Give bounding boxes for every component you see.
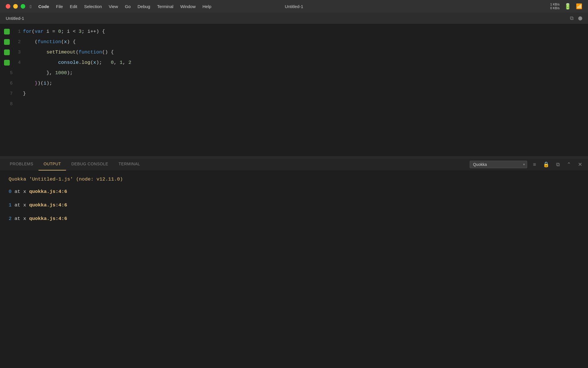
- tab-terminal[interactable]: TERMINAL: [113, 158, 145, 170]
- output-group-0: 0 at x quokka.js:4:6: [9, 189, 579, 194]
- lock-icon[interactable]: 🔒: [542, 160, 550, 169]
- minimize-button[interactable]: [13, 4, 18, 9]
- code-line-6: })(i);: [23, 78, 584, 89]
- menu-help[interactable]: Help: [202, 4, 211, 9]
- output-group-2: 2 at x quokka.js:4:6: [9, 216, 579, 221]
- collapse-icon[interactable]: ⌃: [566, 160, 572, 169]
- editor-gutter: 1 2 3 4 5 6 7 8: [0, 24, 23, 156]
- code-line-5: }, 1000);: [23, 68, 584, 78]
- close-panel-icon[interactable]: ✕: [577, 160, 583, 169]
- network-status: 1 KB/s 0 KB/s: [550, 3, 560, 10]
- menu-go[interactable]: Go: [125, 4, 131, 9]
- gutter-line-3: 3: [0, 47, 23, 57]
- line-number-8: 8: [6, 99, 13, 109]
- code-line-8: [23, 99, 584, 109]
- maximize-button[interactable]: [21, 4, 25, 9]
- battery-icon: 🔋: [564, 3, 571, 10]
- breakpoint-2[interactable]: [4, 39, 10, 45]
- code-line-7: }: [23, 89, 584, 99]
- gutter-line-1: 1: [0, 26, 23, 37]
- line-number-4: 4: [14, 57, 21, 68]
- token-for: for: [23, 26, 32, 37]
- line-number-6: 6: [6, 78, 13, 89]
- menu-bar:  Code File Edit Selection View Go Debug…: [30, 4, 211, 9]
- wifi-icon: 📶: [576, 3, 582, 9]
- menu-selection[interactable]: Selection: [84, 4, 102, 9]
- title-bar:  Code File Edit Selection View Go Debug…: [0, 0, 588, 13]
- output-panel: PROBLEMS OUTPUT DEBUG CONSOLE TERMINAL Q…: [0, 158, 588, 368]
- code-line-3: setTimeout(function() {: [23, 47, 584, 57]
- output-source-wrapper: Quokka Git TypeScript ▾: [470, 161, 527, 168]
- line-number-2: 2: [14, 37, 21, 47]
- line-number-5: 5: [6, 68, 13, 78]
- code-line-4: console.log(x); 0, 1, 2: [23, 57, 584, 68]
- output-content: Quokka 'Untitled-1.js' (node: v12.11.0) …: [0, 171, 588, 368]
- breakpoint-3[interactable]: [4, 49, 10, 55]
- title-bar-left:  Code File Edit Selection View Go Debug…: [6, 4, 211, 9]
- gutter-line-7: 7: [0, 89, 23, 99]
- menu-terminal[interactable]: Terminal: [157, 4, 173, 9]
- code-line-2: (function(x) {: [23, 37, 584, 47]
- output-group-1: 1 at x quokka.js:4:6: [9, 202, 579, 208]
- output-header-line: Quokka 'Untitled-1.js' (node: v12.11.0): [9, 177, 579, 182]
- code-content[interactable]: for(var i = 0; i < 3; i++) { (function(x…: [23, 24, 584, 156]
- tab-debug-console[interactable]: DEBUG CONSOLE: [66, 158, 113, 170]
- traffic-lights: [6, 4, 25, 9]
- output-num-0: 0: [9, 189, 11, 194]
- panel-tab-actions: Quokka Git TypeScript ▾ ≡ 🔒 ⧉ ⌃ ✕: [470, 160, 583, 170]
- gutter-line-5: 5: [0, 68, 23, 78]
- download-speed: 0 KB/s: [550, 6, 560, 10]
- split-editor-icon[interactable]: ⧉: [570, 15, 574, 21]
- output-source-select[interactable]: Quokka Git TypeScript: [470, 161, 527, 168]
- output-link-1[interactable]: quokka.js:4:6: [29, 202, 67, 208]
- editor-scrollbar[interactable]: [584, 24, 588, 156]
- line-number-1: 1: [14, 26, 21, 37]
- gutter-line-6: 6: [0, 78, 23, 89]
- editor-tab-bar: Untitled-1 ⧉: [0, 13, 588, 24]
- tab-status-dot: [578, 16, 582, 20]
- window-title: Untitled-1: [285, 4, 303, 9]
- breakpoint-4[interactable]: [4, 60, 10, 66]
- menu-edit[interactable]: Edit: [70, 4, 77, 9]
- tab-output[interactable]: OUTPUT: [38, 158, 66, 170]
- line-number-3: 3: [14, 47, 21, 57]
- output-link-0[interactable]: quokka.js:4:6: [29, 189, 67, 194]
- upload-speed: 1 KB/s: [550, 3, 560, 6]
- menu-debug[interactable]: Debug: [138, 4, 150, 9]
- gutter-line-8: 8: [0, 99, 23, 109]
- code-line-1: for(var i = 0; i < 3; i++) {: [23, 26, 584, 37]
- close-button[interactable]: [6, 4, 10, 9]
- gutter-line-4: 4: [0, 57, 23, 68]
- apple-menu[interactable]: : [30, 4, 31, 9]
- output-num-1: 1: [9, 202, 11, 208]
- breakpoint-1[interactable]: [4, 29, 10, 34]
- copy-icon[interactable]: ⧉: [555, 160, 561, 169]
- menu-code[interactable]: Code: [38, 4, 49, 9]
- output-at-x-1: at x: [14, 202, 29, 208]
- tab-bar-right: ⧉: [570, 15, 582, 21]
- tab-problems[interactable]: PROBLEMS: [5, 158, 38, 170]
- filter-icon[interactable]: ≡: [532, 160, 537, 169]
- title-bar-right: 1 KB/s 0 KB/s 🔋 📶: [550, 3, 582, 10]
- editor-tab-title[interactable]: Untitled-1: [6, 16, 24, 21]
- output-at-x-2: at x: [14, 216, 29, 221]
- gutter-line-2: 2: [0, 37, 23, 47]
- menu-file[interactable]: File: [56, 4, 63, 9]
- output-at-x-0: at x: [14, 189, 29, 194]
- editor-area: 1 2 3 4 5 6 7 8: [0, 24, 588, 156]
- menu-view[interactable]: View: [109, 4, 118, 9]
- output-link-2[interactable]: quokka.js:4:6: [29, 216, 67, 221]
- output-num-2: 2: [9, 216, 11, 221]
- panel-tabs: PROBLEMS OUTPUT DEBUG CONSOLE TERMINAL Q…: [0, 158, 588, 171]
- line-number-7: 7: [6, 89, 13, 99]
- menu-window[interactable]: Window: [180, 4, 196, 9]
